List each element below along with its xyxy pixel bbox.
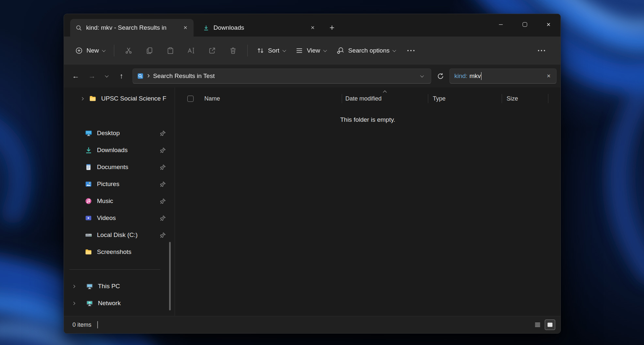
up-button[interactable]: ↑ xyxy=(114,69,129,83)
sort-label: Sort xyxy=(268,47,279,54)
chevron-down-icon xyxy=(393,48,396,52)
desktop-icon xyxy=(84,129,93,137)
copy-button[interactable] xyxy=(141,42,158,59)
more-icon xyxy=(538,50,545,51)
search-filter-prefix: kind: xyxy=(454,72,467,80)
sidebar-item-documents[interactable]: Documents xyxy=(64,159,175,176)
view-label: View xyxy=(307,47,320,54)
sidebar-item-label: Desktop xyxy=(97,130,155,137)
sidebar-item-music[interactable]: Music xyxy=(64,193,175,210)
drive-icon xyxy=(84,231,93,239)
search-options-button[interactable]: Search options xyxy=(331,42,401,59)
sidebar-item-desktop[interactable]: Desktop xyxy=(64,125,175,142)
paste-button[interactable] xyxy=(162,42,179,59)
address-dropdown-button[interactable] xyxy=(416,70,428,82)
tab-close-icon[interactable]: ✕ xyxy=(308,23,318,33)
paste-icon xyxy=(166,47,174,55)
column-label: Date modified xyxy=(345,95,382,102)
toolbar-separator xyxy=(247,45,248,56)
see-more-button[interactable] xyxy=(403,42,419,59)
recent-locations-button[interactable] xyxy=(101,69,112,83)
minimize-button[interactable]: ─ xyxy=(489,14,513,35)
chevron-right-icon: › xyxy=(147,71,150,81)
location-icon xyxy=(137,72,144,80)
sidebar-item-local-disk[interactable]: Local Disk (C:) xyxy=(64,227,175,243)
view-toggles xyxy=(532,320,555,330)
refresh-button[interactable] xyxy=(433,69,448,83)
sidebar-item-label: This PC xyxy=(98,283,166,290)
breadcrumb-bar[interactable]: › Search Results in Test xyxy=(133,69,431,84)
sidebar-item-upsc-folder[interactable]: UPSC Social Science Fu xyxy=(64,91,175,106)
delete-button[interactable] xyxy=(225,42,241,59)
tab-close-icon[interactable]: ✕ xyxy=(181,23,190,33)
details-view-icon xyxy=(534,321,541,328)
forward-button[interactable]: → xyxy=(85,69,99,83)
more-icon xyxy=(407,50,415,51)
new-tab-button[interactable]: + xyxy=(326,22,338,33)
column-header-name[interactable]: Name xyxy=(202,94,342,103)
column-headers: Name Date modified Type Size xyxy=(187,93,560,104)
videos-icon xyxy=(84,214,93,222)
new-label: New xyxy=(86,47,99,54)
tab-downloads[interactable]: Downloads ✕ xyxy=(197,19,321,37)
share-button[interactable] xyxy=(204,42,220,59)
sidebar-item-label: Network xyxy=(98,300,166,307)
sidebar-item-network[interactable]: Network xyxy=(64,295,175,312)
status-separator xyxy=(97,321,98,328)
sort-button[interactable]: Sort xyxy=(252,42,291,59)
cut-button[interactable] xyxy=(120,42,137,59)
chevron-right-icon[interactable] xyxy=(80,98,84,100)
overflow-more-button[interactable] xyxy=(533,42,550,59)
details-view-button[interactable] xyxy=(532,320,543,330)
command-toolbar: New Sort xyxy=(64,37,560,65)
search-query-text: kind: mkv xyxy=(454,72,481,80)
tab-search-results[interactable]: kind: mkv - Search Results in ✕ xyxy=(70,19,194,37)
folder-icon xyxy=(84,248,93,256)
pictures-icon xyxy=(84,180,93,188)
breadcrumb-segment[interactable]: Search Results in Test xyxy=(153,72,215,80)
maximize-button[interactable] xyxy=(513,14,537,35)
chevron-down-icon xyxy=(420,74,424,77)
status-bar: 0 items xyxy=(64,316,560,333)
sidebar-item-screenshots[interactable]: Screenshots xyxy=(64,243,175,260)
clear-search-icon[interactable]: ✕ xyxy=(543,71,554,82)
search-filter-value: mkv xyxy=(469,72,481,80)
refresh-icon xyxy=(437,72,444,80)
sidebar-item-this-pc[interactable]: This PC xyxy=(64,278,175,295)
sidebar-item-label: Pictures xyxy=(97,180,155,188)
column-label: Type xyxy=(433,95,446,102)
rename-icon xyxy=(187,47,196,55)
sidebar-scrollbar[interactable] xyxy=(169,242,171,310)
music-icon xyxy=(84,197,93,205)
sidebar-item-pictures[interactable]: Pictures xyxy=(64,176,175,193)
thispc-icon xyxy=(85,282,94,290)
pin-icon xyxy=(160,181,166,187)
delete-icon xyxy=(229,47,237,55)
sidebar-item-label: Documents xyxy=(97,164,155,171)
select-all-checkbox[interactable] xyxy=(187,94,202,103)
chevron-right-icon[interactable] xyxy=(71,285,76,288)
sidebar-item-downloads[interactable]: Downloads xyxy=(64,142,175,159)
window-controls: ─ ✕ xyxy=(489,14,560,35)
column-header-size[interactable]: Size xyxy=(502,94,548,103)
file-explorer-window: kind: mkv - Search Results in ✕ Download… xyxy=(64,14,561,334)
search-options-icon xyxy=(336,46,345,55)
tab-bar: kind: mkv - Search Results in ✕ Download… xyxy=(64,14,560,37)
column-header-date-modified[interactable]: Date modified xyxy=(342,94,428,103)
chevron-right-icon[interactable] xyxy=(71,302,76,305)
column-header-type[interactable]: Type xyxy=(428,94,502,103)
rename-button[interactable] xyxy=(183,42,199,59)
search-input[interactable]: kind: mkv ✕ xyxy=(449,69,557,84)
documents-icon xyxy=(84,163,93,171)
close-button[interactable]: ✕ xyxy=(537,14,560,35)
view-button[interactable]: View xyxy=(291,42,331,59)
pin-icon xyxy=(160,164,166,170)
column-label: Name xyxy=(204,95,220,102)
tab-label: Downloads xyxy=(213,24,304,31)
back-button[interactable]: ← xyxy=(69,69,83,83)
chevron-down-icon xyxy=(282,48,286,52)
thumbnail-view-button[interactable] xyxy=(545,320,555,330)
sidebar-item-videos[interactable]: Videos xyxy=(64,210,175,227)
new-button[interactable]: New xyxy=(70,42,110,59)
file-list-pane: Name Date modified Type Size This folder… xyxy=(175,87,560,316)
